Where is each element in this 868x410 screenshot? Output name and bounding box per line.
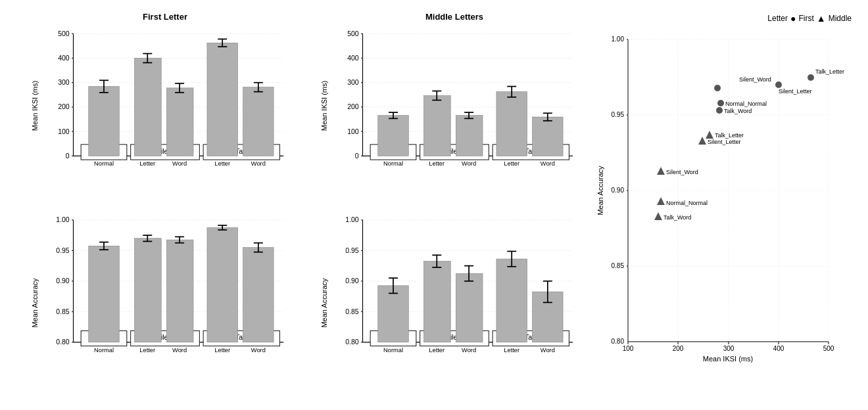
main-container: First Letter Mean IKSI (ms) 0 100 200 30… (0, 0, 868, 410)
bottom-right-y-label: Mean Accuracy (320, 278, 328, 327)
svg-text:400: 400 (773, 345, 784, 352)
scatter-point-talk-letter-first (808, 74, 814, 81)
chart-grid: First Letter Mean IKSI (ms) 0 100 200 30… (3, 7, 582, 401)
scatter-point-silent-letter-middle (698, 137, 706, 145)
svg-text:Word: Word (172, 346, 187, 353)
svg-rect-137 (207, 227, 238, 342)
svg-text:100: 100 (623, 345, 634, 352)
scatter-svg: 100 200 300 400 500 Mean IKSI (ms) 0.80 … (595, 33, 845, 401)
svg-rect-82 (456, 116, 483, 156)
svg-text:0.80: 0.80 (612, 338, 625, 345)
legend: Letter ● First ▲ Middle (767, 13, 852, 24)
svg-text:300: 300 (347, 79, 359, 86)
svg-text:Word: Word (172, 160, 187, 167)
svg-rect-141 (243, 247, 274, 342)
svg-text:0.90: 0.90 (345, 277, 359, 285)
svg-text:Silent_Word: Silent_Word (666, 169, 698, 175)
svg-text:Mean Accuracy: Mean Accuracy (596, 166, 604, 216)
svg-text:Silent_Word: Silent_Word (739, 76, 771, 83)
bottom-left-y-label: Mean Accuracy (31, 278, 39, 327)
svg-rect-40 (207, 43, 238, 156)
svg-text:400: 400 (58, 55, 70, 62)
svg-rect-21 (89, 87, 120, 156)
top-right-panel: Middle Letters Mean IKSI (ms) 0 100 200 … (293, 7, 582, 205)
svg-text:Talk_Letter: Talk_Letter (815, 68, 844, 75)
legend-first-label: First (798, 14, 813, 23)
svg-text:Normal: Normal (383, 160, 403, 167)
svg-rect-71 (378, 116, 409, 156)
top-right-title: Middle Letters (332, 12, 577, 22)
svg-text:Mean IKSI (ms): Mean IKSI (ms) (703, 355, 753, 363)
svg-text:Word: Word (462, 160, 476, 167)
scatter-point-talk-letter-middle (706, 131, 713, 139)
svg-text:100: 100 (58, 128, 70, 135)
svg-text:0: 0 (355, 152, 359, 160)
svg-text:0.85: 0.85 (345, 308, 359, 315)
scatter-panel: Letter ● First ▲ Middle 100 200 (582, 7, 858, 401)
svg-text:Talk_Word: Talk_Word (663, 214, 691, 221)
svg-text:Talk_Letter: Talk_Letter (715, 132, 744, 139)
bottom-left-svg: 0.80 0.85 0.90 0.95 1.00 Normal (43, 210, 287, 375)
svg-text:200: 200 (673, 345, 684, 352)
svg-text:1.00: 1.00 (56, 216, 70, 223)
svg-text:0: 0 (66, 152, 70, 160)
scatter-point-silent-word-middle (657, 167, 665, 175)
svg-text:Letter: Letter (504, 346, 519, 353)
svg-rect-44 (243, 87, 274, 156)
top-left-y-label: Mean IKSI (ms) (31, 81, 39, 131)
svg-text:Letter: Letter (139, 346, 155, 353)
svg-text:Word: Word (462, 346, 476, 353)
svg-rect-165 (378, 285, 409, 342)
svg-text:1.00: 1.00 (345, 216, 359, 223)
svg-rect-176 (456, 273, 483, 342)
svg-rect-118 (89, 246, 120, 342)
svg-text:400: 400 (347, 55, 359, 62)
svg-rect-125 (135, 238, 162, 342)
svg-text:500: 500 (823, 345, 834, 352)
svg-rect-172 (424, 261, 451, 342)
svg-text:Talk_Word: Talk_Word (724, 108, 752, 114)
legend-title: Letter (767, 14, 788, 23)
svg-rect-90 (496, 92, 527, 156)
svg-text:Silent_Letter: Silent_Letter (708, 139, 741, 145)
svg-text:Letter: Letter (214, 160, 230, 167)
svg-text:Letter: Letter (429, 160, 445, 167)
svg-text:Letter: Letter (504, 160, 519, 167)
scatter-point-silent-word-first (714, 85, 721, 91)
svg-text:0.80: 0.80 (56, 338, 70, 346)
svg-text:Letter: Letter (429, 346, 445, 353)
scatter-point-normal-first (717, 100, 724, 106)
svg-text:0.95: 0.95 (56, 246, 70, 254)
top-right-svg: 0 100 200 300 400 500 Normal (332, 23, 577, 190)
svg-text:1.00: 1.00 (612, 35, 625, 43)
svg-text:0.80: 0.80 (345, 338, 359, 346)
svg-text:Normal: Normal (94, 346, 114, 353)
svg-text:Letter: Letter (214, 346, 230, 353)
svg-text:500: 500 (58, 30, 70, 37)
scatter-point-talk-word-first (716, 107, 723, 114)
svg-rect-94 (533, 117, 564, 156)
bottom-left-panel: Mean Accuracy 0.80 0.85 0.90 0.95 1.00 (3, 205, 293, 401)
svg-text:0.90: 0.90 (56, 277, 70, 285)
svg-rect-28 (135, 58, 162, 156)
bottom-right-panel: Mean Accuracy 0.80 0.85 0.90 0.95 1.00 (293, 205, 582, 401)
legend-middle-label: Middle (829, 14, 852, 23)
top-left-title: First Letter (43, 12, 287, 22)
svg-text:Silent_Letter: Silent_Letter (779, 88, 812, 95)
svg-text:Normal: Normal (94, 160, 114, 167)
svg-text:Word: Word (541, 346, 555, 353)
svg-text:200: 200 (58, 103, 70, 110)
svg-rect-32 (166, 88, 193, 156)
bottom-right-svg: 0.80 0.85 0.90 0.95 1.00 Normal (332, 210, 577, 375)
svg-text:0.85: 0.85 (56, 308, 70, 315)
top-left-svg: 0 100 200 300 400 500 Nor (43, 23, 287, 190)
svg-rect-129 (166, 240, 193, 342)
svg-text:0.95: 0.95 (345, 246, 359, 254)
legend-triangle-icon: ▲ (817, 13, 826, 24)
svg-text:Normal_Normal: Normal_Normal (725, 101, 767, 107)
scatter-point-normal-middle (657, 197, 665, 205)
svg-rect-184 (496, 259, 527, 342)
svg-text:Normal_Normal: Normal_Normal (666, 200, 708, 206)
svg-text:Normal: Normal (383, 346, 403, 353)
svg-text:Letter: Letter (139, 160, 155, 167)
